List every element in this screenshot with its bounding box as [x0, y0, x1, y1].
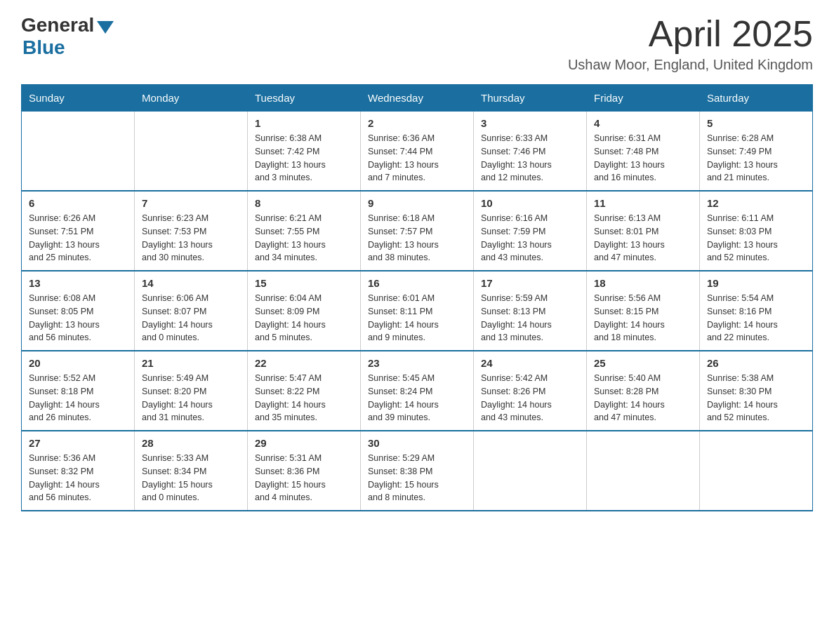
- day-info: Sunrise: 6:31 AM Sunset: 7:48 PM Dayligh…: [594, 132, 692, 185]
- calendar-cell: 12Sunrise: 6:11 AM Sunset: 8:03 PM Dayli…: [700, 191, 813, 271]
- weekday-header-friday: Friday: [587, 85, 700, 112]
- calendar-cell: 26Sunrise: 5:38 AM Sunset: 8:30 PM Dayli…: [700, 351, 813, 431]
- calendar-cell: 30Sunrise: 5:29 AM Sunset: 8:38 PM Dayli…: [361, 431, 474, 511]
- month-title: April 2025: [568, 14, 813, 54]
- day-number: 28: [142, 437, 240, 449]
- day-info: Sunrise: 6:01 AM Sunset: 8:11 PM Dayligh…: [368, 292, 466, 344]
- weekday-header-tuesday: Tuesday: [248, 85, 361, 112]
- day-number: 30: [368, 437, 466, 449]
- weekday-header-row: SundayMondayTuesdayWednesdayThursdayFrid…: [22, 85, 813, 112]
- day-number: 2: [368, 117, 466, 129]
- day-info: Sunrise: 6:04 AM Sunset: 8:09 PM Dayligh…: [255, 292, 353, 344]
- day-number: 26: [707, 357, 805, 369]
- logo-arrow-icon: [97, 21, 114, 34]
- week-row-5: 27Sunrise: 5:36 AM Sunset: 8:32 PM Dayli…: [22, 431, 813, 511]
- calendar-table: SundayMondayTuesdayWednesdayThursdayFrid…: [21, 84, 813, 511]
- calendar-cell: [700, 431, 813, 511]
- calendar-cell: 3Sunrise: 6:33 AM Sunset: 7:46 PM Daylig…: [474, 112, 587, 192]
- weekday-header-thursday: Thursday: [474, 85, 587, 112]
- calendar-cell: 24Sunrise: 5:42 AM Sunset: 8:26 PM Dayli…: [474, 351, 587, 431]
- calendar-cell: 10Sunrise: 6:16 AM Sunset: 7:59 PM Dayli…: [474, 191, 587, 271]
- calendar-cell: 1Sunrise: 6:38 AM Sunset: 7:42 PM Daylig…: [248, 112, 361, 192]
- day-number: 25: [594, 357, 692, 369]
- day-info: Sunrise: 5:47 AM Sunset: 8:22 PM Dayligh…: [255, 372, 353, 424]
- day-number: 1: [255, 117, 353, 129]
- calendar-cell: 9Sunrise: 6:18 AM Sunset: 7:57 PM Daylig…: [361, 191, 474, 271]
- day-number: 21: [142, 357, 240, 369]
- day-number: 7: [142, 197, 240, 209]
- day-info: Sunrise: 5:29 AM Sunset: 8:38 PM Dayligh…: [368, 452, 466, 504]
- day-info: Sunrise: 6:13 AM Sunset: 8:01 PM Dayligh…: [594, 212, 692, 264]
- week-row-1: 1Sunrise: 6:38 AM Sunset: 7:42 PM Daylig…: [22, 112, 813, 192]
- calendar-cell: 13Sunrise: 6:08 AM Sunset: 8:05 PM Dayli…: [22, 271, 135, 351]
- day-number: 24: [481, 357, 579, 369]
- calendar-cell: 4Sunrise: 6:31 AM Sunset: 7:48 PM Daylig…: [587, 112, 700, 192]
- calendar-cell: 25Sunrise: 5:40 AM Sunset: 8:28 PM Dayli…: [587, 351, 700, 431]
- day-number: 5: [707, 117, 805, 129]
- day-info: Sunrise: 5:54 AM Sunset: 8:16 PM Dayligh…: [707, 292, 805, 344]
- calendar-cell: 6Sunrise: 6:26 AM Sunset: 7:51 PM Daylig…: [22, 191, 135, 271]
- day-number: 22: [255, 357, 353, 369]
- calendar-cell: 11Sunrise: 6:13 AM Sunset: 8:01 PM Dayli…: [587, 191, 700, 271]
- weekday-header-monday: Monday: [135, 85, 248, 112]
- day-info: Sunrise: 5:59 AM Sunset: 8:13 PM Dayligh…: [481, 292, 579, 344]
- day-info: Sunrise: 6:33 AM Sunset: 7:46 PM Dayligh…: [481, 132, 579, 185]
- day-number: 8: [255, 197, 353, 209]
- day-number: 16: [368, 277, 466, 289]
- day-info: Sunrise: 6:06 AM Sunset: 8:07 PM Dayligh…: [142, 292, 240, 344]
- calendar-cell: 27Sunrise: 5:36 AM Sunset: 8:32 PM Dayli…: [22, 431, 135, 511]
- day-number: 14: [142, 277, 240, 289]
- day-info: Sunrise: 5:56 AM Sunset: 8:15 PM Dayligh…: [594, 292, 692, 344]
- calendar-cell: [22, 112, 135, 192]
- day-number: 17: [481, 277, 579, 289]
- calendar-cell: 8Sunrise: 6:21 AM Sunset: 7:55 PM Daylig…: [248, 191, 361, 271]
- page-header: General Blue April 2025 Ushaw Moor, Engl…: [21, 14, 813, 73]
- day-number: 10: [481, 197, 579, 209]
- day-number: 13: [29, 277, 127, 289]
- calendar-cell: 28Sunrise: 5:33 AM Sunset: 8:34 PM Dayli…: [135, 431, 248, 511]
- calendar-cell: 5Sunrise: 6:28 AM Sunset: 7:49 PM Daylig…: [700, 112, 813, 192]
- logo: General Blue: [21, 14, 114, 59]
- calendar-cell: 17Sunrise: 5:59 AM Sunset: 8:13 PM Dayli…: [474, 271, 587, 351]
- day-info: Sunrise: 5:45 AM Sunset: 8:24 PM Dayligh…: [368, 372, 466, 424]
- title-section: April 2025 Ushaw Moor, England, United K…: [568, 14, 813, 73]
- calendar-cell: 23Sunrise: 5:45 AM Sunset: 8:24 PM Dayli…: [361, 351, 474, 431]
- calendar-cell: [587, 431, 700, 511]
- day-info: Sunrise: 6:11 AM Sunset: 8:03 PM Dayligh…: [707, 212, 805, 264]
- calendar-cell: 29Sunrise: 5:31 AM Sunset: 8:36 PM Dayli…: [248, 431, 361, 511]
- day-number: 29: [255, 437, 353, 449]
- day-info: Sunrise: 6:23 AM Sunset: 7:53 PM Dayligh…: [142, 212, 240, 264]
- day-info: Sunrise: 5:36 AM Sunset: 8:32 PM Dayligh…: [29, 452, 127, 504]
- calendar-cell: 2Sunrise: 6:36 AM Sunset: 7:44 PM Daylig…: [361, 112, 474, 192]
- day-info: Sunrise: 6:08 AM Sunset: 8:05 PM Dayligh…: [29, 292, 127, 344]
- day-info: Sunrise: 5:49 AM Sunset: 8:20 PM Dayligh…: [142, 372, 240, 424]
- day-info: Sunrise: 6:38 AM Sunset: 7:42 PM Dayligh…: [255, 132, 353, 185]
- day-number: 6: [29, 197, 127, 209]
- calendar-cell: 18Sunrise: 5:56 AM Sunset: 8:15 PM Dayli…: [587, 271, 700, 351]
- day-info: Sunrise: 6:18 AM Sunset: 7:57 PM Dayligh…: [368, 212, 466, 264]
- week-row-3: 13Sunrise: 6:08 AM Sunset: 8:05 PM Dayli…: [22, 271, 813, 351]
- day-number: 27: [29, 437, 127, 449]
- day-number: 15: [255, 277, 353, 289]
- calendar-cell: 16Sunrise: 6:01 AM Sunset: 8:11 PM Dayli…: [361, 271, 474, 351]
- day-number: 20: [29, 357, 127, 369]
- logo-general-text: General: [21, 14, 94, 36]
- day-info: Sunrise: 5:52 AM Sunset: 8:18 PM Dayligh…: [29, 372, 127, 424]
- calendar-cell: 14Sunrise: 6:06 AM Sunset: 8:07 PM Dayli…: [135, 271, 248, 351]
- day-info: Sunrise: 5:38 AM Sunset: 8:30 PM Dayligh…: [707, 372, 805, 424]
- day-info: Sunrise: 6:36 AM Sunset: 7:44 PM Dayligh…: [368, 132, 466, 185]
- day-number: 12: [707, 197, 805, 209]
- day-number: 3: [481, 117, 579, 129]
- calendar-cell: 7Sunrise: 6:23 AM Sunset: 7:53 PM Daylig…: [135, 191, 248, 271]
- week-row-4: 20Sunrise: 5:52 AM Sunset: 8:18 PM Dayli…: [22, 351, 813, 431]
- day-info: Sunrise: 6:16 AM Sunset: 7:59 PM Dayligh…: [481, 212, 579, 264]
- day-info: Sunrise: 5:31 AM Sunset: 8:36 PM Dayligh…: [255, 452, 353, 504]
- calendar-cell: 20Sunrise: 5:52 AM Sunset: 8:18 PM Dayli…: [22, 351, 135, 431]
- calendar-cell: 15Sunrise: 6:04 AM Sunset: 8:09 PM Dayli…: [248, 271, 361, 351]
- day-info: Sunrise: 5:33 AM Sunset: 8:34 PM Dayligh…: [142, 452, 240, 504]
- day-info: Sunrise: 5:40 AM Sunset: 8:28 PM Dayligh…: [594, 372, 692, 424]
- location-text: Ushaw Moor, England, United Kingdom: [568, 57, 813, 73]
- calendar-cell: [135, 112, 248, 192]
- day-number: 23: [368, 357, 466, 369]
- day-info: Sunrise: 6:28 AM Sunset: 7:49 PM Dayligh…: [707, 132, 805, 185]
